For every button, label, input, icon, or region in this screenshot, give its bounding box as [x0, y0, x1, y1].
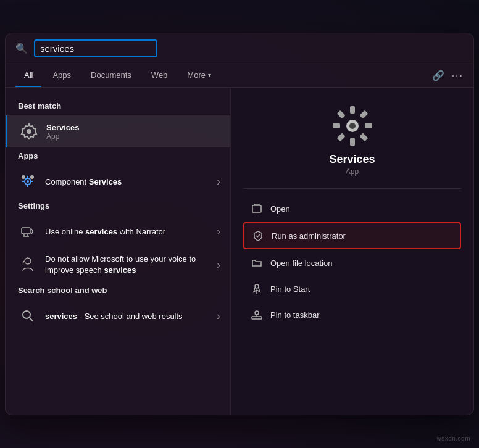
watermark: wsxdn.com	[436, 435, 470, 442]
shield-icon	[252, 230, 264, 242]
content-area: Best match Services App Apps	[6, 88, 473, 415]
action-list: Open Run as administrator	[243, 196, 461, 327]
svg-rect-28	[333, 123, 340, 128]
web-search-title: services - See school and web results	[45, 312, 218, 321]
left-panel: Best match Services App Apps	[6, 88, 231, 415]
svg-point-34	[255, 311, 259, 315]
run-as-admin-action[interactable]: Run as administrator	[243, 222, 461, 249]
svg-point-8	[30, 175, 34, 179]
best-match-subtitle: App	[46, 132, 218, 141]
svg-line-16	[30, 318, 33, 321]
web-search-text: services - See school and web results	[45, 312, 218, 321]
narrator-item-text: Use online services with Narrator	[45, 227, 218, 236]
speech-item-text: Do not allow Microsoft to use your voice…	[45, 254, 218, 276]
search-loop-svg	[21, 309, 35, 323]
tab-apps[interactable]: Apps	[44, 64, 80, 87]
run-as-admin-label: Run as administrator	[272, 231, 346, 241]
svg-line-14	[23, 261, 24, 263]
svg-point-31	[255, 284, 259, 288]
tab-more[interactable]: More ▾	[178, 64, 220, 87]
web-search-item[interactable]: services - See school and web results	[6, 300, 230, 332]
search-web-label: Search school and web	[6, 282, 230, 300]
app-title: Services	[329, 153, 375, 166]
open-file-location-action[interactable]: Open file location	[243, 251, 461, 275]
settings-label: Settings	[6, 197, 230, 215]
tab-documents[interactable]: Documents	[82, 64, 140, 87]
narrator-icon	[18, 222, 38, 241]
svg-rect-26	[350, 138, 355, 146]
pin-to-taskbar-action[interactable]: Pin to taskbar	[243, 302, 461, 327]
narrator-item-title: Use online services with Narrator	[45, 227, 218, 236]
pin-to-taskbar-label: Pin to taskbar	[270, 310, 320, 320]
svg-point-18	[349, 123, 356, 129]
search-bar: 🔍	[6, 33, 473, 64]
search-input[interactable]	[34, 39, 157, 57]
narrator-svg	[19, 223, 36, 240]
best-match-text: Services App	[46, 123, 218, 141]
svg-rect-33	[252, 317, 262, 319]
component-services-text: Component Services	[45, 177, 218, 186]
search-panel: 🔍 All Apps Documents Web More ▾ 🔗 ···	[5, 33, 474, 415]
open-file-location-label: Open file location	[270, 259, 332, 268]
web-search-icon	[18, 306, 38, 326]
component-icon-svg	[19, 173, 36, 190]
speech-icon	[18, 255, 38, 275]
svg-rect-24	[365, 123, 372, 128]
pin-taskbar-icon	[251, 309, 263, 321]
svg-point-13	[25, 258, 31, 264]
services-icon	[19, 122, 39, 141]
apps-label: Apps	[6, 147, 230, 165]
speech-services-item[interactable]: Do not allow Microsoft to use your voice…	[6, 247, 230, 282]
services-big-icon	[333, 106, 372, 146]
chevron-down-icon: ▾	[208, 72, 211, 78]
gear-svg	[19, 122, 39, 141]
svg-rect-25	[359, 133, 368, 141]
app-type: App	[346, 167, 359, 176]
open-icon	[251, 202, 263, 215]
component-services-title: Component Services	[45, 177, 218, 186]
nav-left: All Apps Documents Web More ▾	[15, 64, 220, 87]
svg-point-0	[27, 129, 31, 134]
svg-rect-29	[336, 110, 345, 119]
component-services-item[interactable]: Component Services	[6, 165, 230, 197]
svg-rect-23	[359, 110, 368, 119]
pin-to-start-label: Pin to Start	[270, 284, 310, 294]
pin-to-start-action[interactable]: Pin to Start	[243, 276, 461, 301]
svg-rect-30	[252, 205, 261, 212]
nav-actions: 🔗 ···	[432, 70, 464, 81]
svg-rect-27	[336, 133, 345, 141]
divider	[243, 188, 461, 189]
tab-web[interactable]: Web	[143, 64, 177, 87]
services-gear-big-svg	[333, 106, 372, 146]
component-services-icon	[18, 172, 38, 191]
folder-icon	[251, 257, 263, 269]
speech-item-title: Do not allow Microsoft to use your voice…	[45, 254, 218, 276]
more-options-icon[interactable]: ···	[452, 70, 464, 81]
nav-tabs: All Apps Documents Web More ▾ 🔗 ···	[6, 64, 473, 88]
right-panel: Services App Open	[231, 88, 473, 415]
share-icon[interactable]: 🔗	[432, 70, 444, 81]
narrator-services-item[interactable]: Use online services with Narrator	[6, 215, 230, 247]
pin-start-icon	[251, 283, 263, 295]
search-icon: 🔍	[15, 43, 28, 54]
open-action[interactable]: Open	[243, 196, 461, 221]
best-match-label: Best match	[6, 97, 230, 115]
svg-point-2	[27, 180, 29, 183]
best-match-item[interactable]: Services App	[6, 115, 230, 147]
open-label: Open	[270, 204, 290, 214]
svg-point-7	[22, 175, 25, 179]
svg-rect-9	[22, 228, 30, 234]
svg-rect-19	[350, 106, 355, 114]
svg-point-15	[23, 311, 30, 318]
tab-all[interactable]: All	[15, 64, 41, 87]
best-match-title: Services	[46, 123, 218, 132]
speech-svg	[19, 256, 36, 273]
